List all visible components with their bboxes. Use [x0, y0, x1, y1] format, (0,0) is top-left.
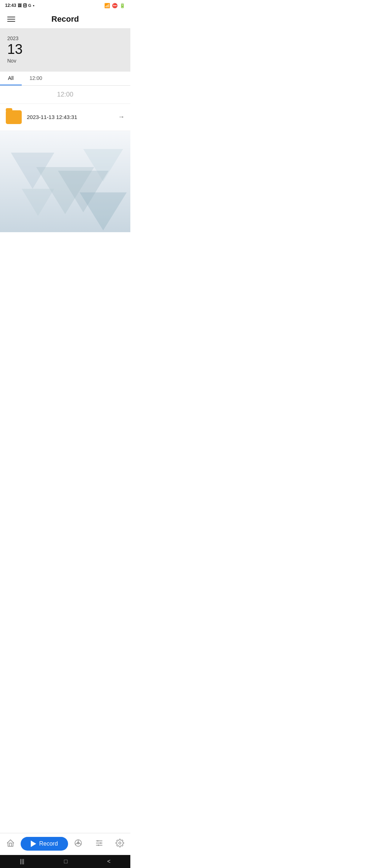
status-time-area: 12:43 🖼 1 G ● [5, 3, 34, 8]
page-title: Record [51, 14, 79, 24]
status-time: 12:43 [5, 3, 16, 8]
status-photo-icon: 🖼 [18, 3, 22, 8]
status-bar: 12:43 🖼 1 G ● 📶 ⛔ 🔋 [0, 0, 130, 10]
battery-icon: 🔋 [119, 3, 125, 8]
app-header: Record [0, 10, 130, 28]
date-month: Nov [7, 58, 123, 64]
deco-triangle-5 [22, 189, 54, 216]
tab-all[interactable]: All [0, 72, 22, 85]
date-day: 13 [7, 42, 123, 57]
background-decoration [0, 131, 130, 232]
time-group-header: 12:00 [0, 86, 130, 104]
status-icons-right: 📶 ⛔ 🔋 [104, 3, 125, 8]
record-list-item[interactable]: 2023-11-13 12:43:31 → [0, 104, 130, 131]
wifi-icon: 📶 [104, 3, 110, 8]
tab-time[interactable]: 12:00 [22, 72, 50, 85]
dnd-icon: ⛔ [112, 3, 118, 8]
folder-icon [6, 110, 22, 124]
filter-tabs: All 12:00 [0, 72, 130, 86]
status-dot: ● [33, 4, 34, 7]
date-panel: 2023 13 Nov [0, 28, 130, 72]
deco-triangle-6 [80, 192, 127, 230]
record-timestamp: 2023-11-13 12:43:31 [27, 114, 118, 120]
status-notif-1: 1 [23, 3, 27, 8]
date-year: 2023 [7, 35, 123, 41]
menu-button[interactable] [6, 15, 17, 23]
status-g-icon: G [28, 3, 31, 8]
arrow-right-icon: → [118, 113, 125, 121]
